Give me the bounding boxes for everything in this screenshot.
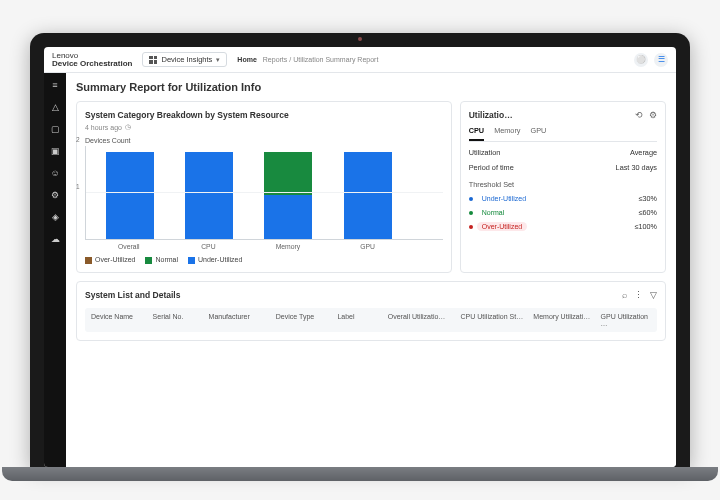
system-list-panel: System List and Details ⌕ ⋮ ▽ Device Nam… — [76, 281, 666, 341]
breadcrumb-path: Reports / Utilization Summary Report — [263, 56, 379, 63]
x-tick: Memory — [248, 243, 328, 250]
x-tick: Overall — [89, 243, 169, 250]
menu-icon[interactable]: ≡ — [49, 79, 61, 91]
x-tick: CPU — [169, 243, 249, 250]
gear-icon[interactable]: ⚙ — [49, 189, 61, 201]
filter-icon[interactable]: ▽ — [650, 290, 657, 300]
alert-icon[interactable]: △ — [49, 101, 61, 113]
clock-icon: ◷ — [125, 123, 131, 131]
monitor-icon[interactable]: ▢ — [49, 123, 61, 135]
tab-memory[interactable]: Memory — [494, 126, 520, 141]
threshold-over-label: Over-Utilized — [477, 222, 527, 231]
table-header[interactable]: GPU Utilization … — [601, 313, 651, 327]
shield-icon[interactable]: ◈ — [49, 211, 61, 223]
threshold-title: Threshold Set — [469, 180, 657, 189]
kv-label: Utilization — [469, 148, 501, 157]
x-tick: GPU — [328, 243, 408, 250]
devices-icon[interactable]: ▣ — [49, 145, 61, 157]
breadcrumb-home[interactable]: Home — [237, 56, 256, 63]
utilization-tabs: CPU Memory GPU — [469, 126, 657, 142]
chart-legend: Over-Utilized Normal Under-Utilized — [85, 256, 443, 264]
table-header[interactable]: Serial No. — [153, 313, 209, 327]
page-title: Summary Report for Utilization Info — [76, 81, 666, 93]
utilization-panel: Utilizatio… ⟲ ⚙ CPU Memory GPU Utilizati… — [460, 101, 666, 273]
system-list-title: System List and Details — [85, 290, 180, 300]
module-selector-label: Device Insights — [161, 55, 212, 64]
table-header[interactable]: Label — [337, 313, 387, 327]
threshold-over-value: ≤100% — [635, 222, 657, 231]
more-icon[interactable]: ⋮ — [634, 290, 643, 300]
y-tick: 1 — [76, 182, 80, 189]
help-icon[interactable]: ☰ — [654, 53, 668, 67]
cloud-icon[interactable]: ☁ — [49, 233, 61, 245]
table-header[interactable]: Overall Utilizatio… — [388, 313, 461, 327]
bar-chart: 1 2 — [85, 146, 443, 240]
search-icon[interactable]: ⌕ — [622, 290, 627, 300]
module-selector[interactable]: Device Insights ▾ — [142, 52, 227, 67]
table-header[interactable]: Device Type — [276, 313, 338, 327]
table-header[interactable]: CPU Utilization St… — [461, 313, 534, 327]
settings-icon[interactable]: ⚙ — [649, 110, 657, 120]
refresh-icon[interactable]: ⟲ — [635, 110, 643, 120]
chart-timestamp: 4 hours ago — [85, 124, 122, 131]
chart-panel-title: System Category Breakdown by System Reso… — [85, 110, 443, 120]
sidebar: ≡ △ ▢ ▣ ☺ ⚙ ◈ ☁ — [44, 73, 66, 467]
table-header-row: Device Name Serial No. Manufacturer Devi… — [85, 308, 657, 332]
kv-value: Average — [630, 148, 657, 157]
breadcrumb: Home Reports / Utilization Summary Repor… — [237, 56, 378, 63]
utilization-panel-title: Utilizatio… — [469, 110, 513, 120]
table-header[interactable]: Memory Utilizati… — [533, 313, 600, 327]
y-axis-label: Devices Count — [85, 137, 443, 144]
notifications-icon[interactable]: ⚪ — [634, 53, 648, 67]
brand-logo: Lenovo Device Orchestration — [52, 52, 132, 68]
top-bar: Lenovo Device Orchestration Device Insig… — [44, 47, 676, 73]
chevron-down-icon: ▾ — [216, 56, 220, 64]
threshold-under-value: ≤30% — [639, 194, 657, 203]
grid-icon — [149, 56, 157, 64]
threshold-normal-value: ≤60% — [639, 208, 657, 217]
table-header[interactable]: Manufacturer — [209, 313, 276, 327]
kv-value: Last 30 days — [616, 163, 657, 172]
tab-cpu[interactable]: CPU — [469, 126, 484, 141]
y-tick: 2 — [76, 136, 80, 143]
threshold-normal-label: Normal — [477, 208, 510, 217]
tab-gpu[interactable]: GPU — [530, 126, 546, 141]
chart-panel: System Category Breakdown by System Reso… — [76, 101, 452, 273]
threshold-under-label: Under-Utilized — [477, 194, 531, 203]
table-header[interactable]: Device Name — [91, 313, 153, 327]
person-icon[interactable]: ☺ — [49, 167, 61, 179]
kv-label: Period of time — [469, 163, 514, 172]
